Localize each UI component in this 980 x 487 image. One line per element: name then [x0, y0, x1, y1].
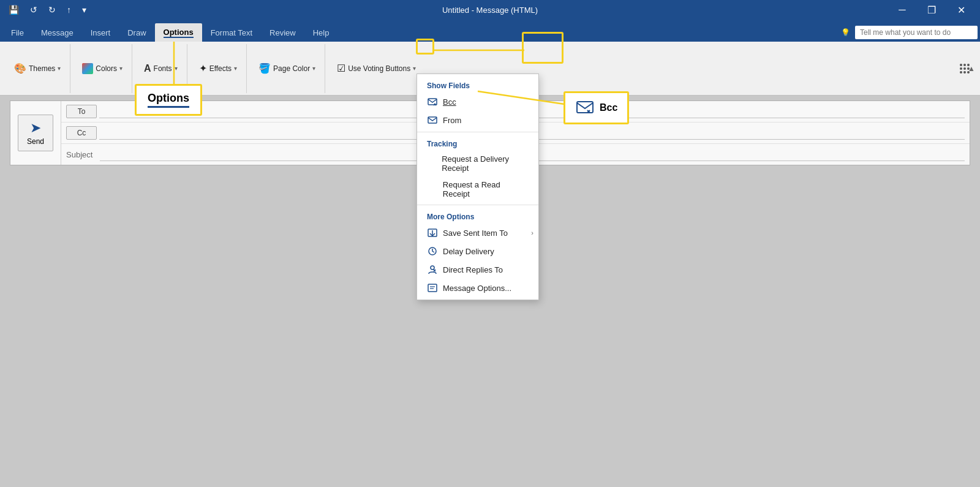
- save-qat-button[interactable]: 💾: [5, 2, 23, 17]
- direct-replies-label: Direct Replies To: [443, 265, 503, 274]
- fonts-group: A Fonts ▾: [135, 44, 187, 93]
- bcc-envelope-icon: [427, 96, 438, 107]
- colors-label: Colors: [96, 64, 117, 73]
- save-sent-label: Save Sent Item To: [443, 228, 508, 238]
- delay-delivery-label: Delay Delivery: [443, 247, 494, 256]
- cc-button[interactable]: Cc: [66, 126, 97, 140]
- menu-item-bcc[interactable]: Bcc: [417, 92, 538, 111]
- dropdown-menu: Show Fields Bcc From Tracking Request a …: [417, 74, 539, 300]
- ribbon-tabs: File Message Insert Draw Options Format …: [0, 20, 980, 42]
- tell-me-input[interactable]: [855, 26, 978, 39]
- tab-message[interactable]: Message: [32, 23, 82, 42]
- effects-button[interactable]: ✦ Effects ▾: [194, 59, 243, 77]
- lightbulb-icon: 💡: [841, 28, 850, 37]
- maximize-button[interactable]: ❐: [918, 0, 946, 20]
- tab-insert[interactable]: Insert: [82, 23, 119, 42]
- menu-item-direct-replies[interactable]: Direct Replies To: [417, 260, 538, 279]
- more-qat-button[interactable]: ▾: [78, 2, 90, 17]
- message-options-icon: [427, 282, 438, 293]
- colors-group: Colors ▾: [73, 44, 132, 93]
- colors-arrow-icon: ▾: [119, 65, 123, 72]
- tracking-header: Tracking: [417, 135, 538, 151]
- effects-icon: ✦: [199, 62, 207, 74]
- voting-button[interactable]: ☑ Use Voting Buttons ▾: [331, 59, 421, 77]
- page-color-arrow-icon: ▾: [312, 65, 315, 72]
- send-button[interactable]: ➤ Send: [18, 115, 53, 151]
- themes-icon: 🎨: [14, 62, 26, 74]
- voting-group: ☑ Use Voting Buttons ▾: [328, 44, 425, 93]
- delivery-icon: [427, 158, 437, 169]
- menu-item-delay-delivery[interactable]: Delay Delivery: [417, 242, 538, 260]
- menu-item-save-sent[interactable]: Save Sent Item To ›: [417, 224, 538, 242]
- fonts-label: Fonts: [154, 64, 172, 73]
- more-options-header: More Options: [417, 208, 538, 224]
- colors-button[interactable]: Colors ▾: [77, 60, 128, 77]
- show-fields-header: Show Fields: [417, 77, 538, 92]
- direct-replies-icon: [427, 264, 438, 275]
- close-button[interactable]: ✕: [947, 0, 975, 20]
- undo-qat-button[interactable]: ↺: [26, 2, 41, 17]
- title-bar: 💾 ↺ ↻ ↑ ▾ Untitled - Message (HTML) ─ ❐ …: [0, 0, 980, 20]
- svg-rect-1: [428, 117, 437, 123]
- title-bar-controls: ─ ❐ ✕: [888, 0, 975, 20]
- fonts-arrow-icon: ▾: [175, 65, 178, 72]
- menu-item-message-options[interactable]: Message Options...: [417, 279, 538, 297]
- minimize-button[interactable]: ─: [888, 0, 916, 20]
- save-sent-icon: [427, 227, 438, 238]
- save-sent-arrow-icon: ›: [531, 229, 533, 236]
- voting-label: Use Voting Buttons: [348, 64, 410, 73]
- menu-item-from[interactable]: From: [417, 111, 538, 129]
- page-color-group: 🪣 Page Color ▾: [249, 44, 325, 93]
- tab-draw[interactable]: Draw: [119, 23, 154, 42]
- tab-help[interactable]: Help: [304, 23, 338, 42]
- tab-file[interactable]: File: [2, 23, 32, 42]
- window-title: Untitled - Message (HTML): [442, 6, 538, 15]
- themes-arrow-icon: ▾: [58, 65, 61, 72]
- tab-review[interactable]: Review: [261, 23, 304, 42]
- delivery-receipt-label: Request a Delivery Receipt: [442, 154, 529, 173]
- divider-2: [417, 205, 538, 205]
- ribbon-collapse-button[interactable]: ▲: [968, 64, 975, 73]
- page-color-button[interactable]: 🪣 Page Color ▾: [253, 59, 321, 77]
- up-qat-button[interactable]: ↑: [63, 2, 75, 17]
- effects-label: Effects: [209, 64, 232, 73]
- fonts-icon: A: [144, 63, 151, 74]
- send-icon: ➤: [30, 120, 41, 136]
- svg-point-5: [431, 266, 434, 270]
- tab-options-label: Options: [164, 28, 194, 38]
- from-label: From: [443, 116, 461, 125]
- bcc-label: Bcc: [443, 97, 456, 107]
- voting-icon: ☑: [337, 62, 345, 74]
- tab-options[interactable]: Options: [155, 23, 202, 42]
- svg-rect-6: [428, 284, 437, 292]
- read-icon: [427, 184, 438, 195]
- fonts-button[interactable]: A Fonts ▾: [138, 60, 183, 77]
- tab-format-text[interactable]: Format Text: [202, 23, 261, 42]
- menu-item-read-receipt[interactable]: Request a Read Receipt: [417, 176, 538, 202]
- page-color-icon: 🪣: [258, 62, 271, 74]
- from-envelope-icon: [427, 115, 438, 126]
- themes-button[interactable]: 🎨 Themes ▾: [9, 59, 66, 77]
- effects-group: ✦ Effects ▾: [190, 44, 247, 93]
- subject-label: Subject: [66, 150, 92, 159]
- to-button[interactable]: To: [66, 105, 97, 118]
- themes-group: 🎨 Themes ▾: [5, 44, 70, 93]
- read-receipt-label: Request a Read Receipt: [443, 180, 529, 198]
- menu-item-delivery-receipt[interactable]: Request a Delivery Receipt: [417, 151, 538, 176]
- message-options-label: Message Options...: [443, 284, 511, 293]
- title-bar-left: 💾 ↺ ↻ ↑ ▾: [5, 2, 90, 17]
- delay-delivery-icon: [427, 246, 438, 257]
- voting-arrow-icon: ▾: [413, 65, 416, 72]
- divider-1: [417, 132, 538, 132]
- effects-arrow-icon: ▾: [234, 65, 237, 72]
- redo-qat-button[interactable]: ↻: [45, 2, 59, 17]
- page-color-label: Page Color: [273, 64, 310, 73]
- send-label: Send: [27, 137, 44, 146]
- colors-icon: [82, 63, 93, 74]
- themes-label: Themes: [29, 64, 55, 73]
